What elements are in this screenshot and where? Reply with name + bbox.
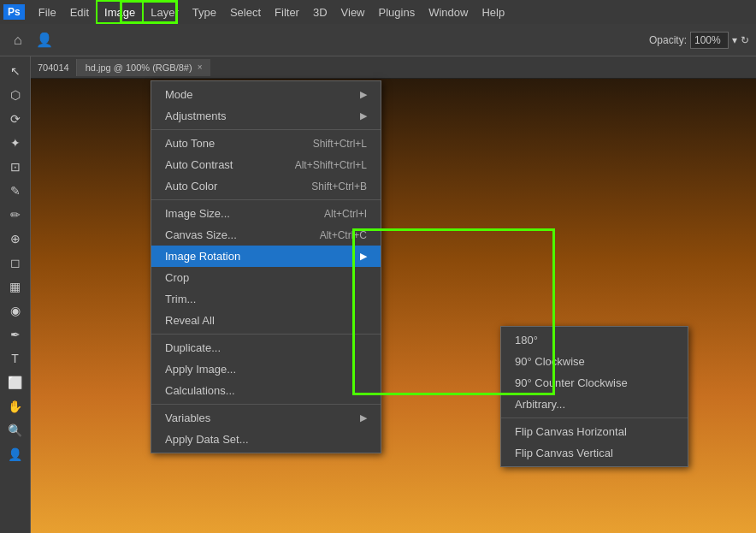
menu-3d[interactable]: 3D bbox=[306, 0, 334, 24]
menu-section-5: Variables ▶ Apply Data Set... bbox=[151, 405, 381, 453]
mode-arrow: ▶ bbox=[360, 89, 367, 100]
tab-file-name: hd.jpg @ 100% (RGB/8#) bbox=[86, 62, 192, 73]
menu-view[interactable]: View bbox=[334, 0, 372, 24]
menu-apply-image[interactable]: Apply Image... bbox=[151, 358, 381, 380]
tab-file-id: 704014 bbox=[31, 59, 77, 76]
tab-close-button[interactable]: × bbox=[198, 62, 203, 72]
menu-mode[interactable]: Mode ▶ bbox=[151, 84, 381, 105]
menu-bar: Ps File Edit Image Layer Type Select Fil… bbox=[0, 0, 756, 24]
menu-variables[interactable]: Variables ▶ bbox=[151, 407, 381, 429]
menu-section-2: Auto Tone Shift+Ctrl+L Auto Contrast Alt… bbox=[151, 130, 381, 200]
menu-type[interactable]: Type bbox=[186, 0, 223, 24]
menu-crop[interactable]: Crop bbox=[151, 267, 381, 288]
menu-canvas-size[interactable]: Canvas Size... Alt+Ctrl+C bbox=[151, 224, 381, 246]
menu-apply-data-set[interactable]: Apply Data Set... bbox=[151, 429, 381, 450]
ps-logo: Ps bbox=[3, 4, 25, 20]
flip-horizontal[interactable]: Flip Canvas Horizontal bbox=[501, 421, 688, 442]
tool-gradient[interactable]: ▦ bbox=[3, 275, 28, 298]
rotate-180[interactable]: 180° bbox=[501, 329, 688, 351]
tool-crop[interactable]: ⊡ bbox=[3, 156, 28, 178]
menu-filter[interactable]: Filter bbox=[268, 0, 306, 24]
tool-select[interactable]: ⬡ bbox=[3, 84, 28, 106]
tool-magic-wand[interactable]: ✦ bbox=[3, 132, 28, 154]
menu-auto-contrast[interactable]: Auto Contrast Alt+Shift+Ctrl+L bbox=[151, 154, 381, 175]
tool-zoom[interactable]: 🔍 bbox=[3, 419, 28, 441]
adjustments-arrow: ▶ bbox=[360, 110, 367, 121]
rotate-90ccw[interactable]: 90° Counter Clockwise bbox=[501, 372, 688, 394]
image-dropdown: Mode ▶ Adjustments ▶ Auto Tone Shift+Ctr… bbox=[151, 80, 381, 453]
tool-eyedropper[interactable]: ✎ bbox=[3, 180, 28, 202]
flip-vertical[interactable]: Flip Canvas Vertical bbox=[501, 442, 688, 464]
tool-eraser[interactable]: ◻ bbox=[3, 252, 28, 274]
menu-help[interactable]: Help bbox=[475, 0, 511, 24]
image-rotation-arrow: ▶ bbox=[360, 251, 367, 262]
primary-menu: Mode ▶ Adjustments ▶ Auto Tone Shift+Ctr… bbox=[151, 80, 381, 453]
menu-edit[interactable]: Edit bbox=[63, 0, 96, 24]
menu-adjustments[interactable]: Adjustments ▶ bbox=[151, 105, 381, 127]
opacity-label: Opacity: bbox=[649, 34, 687, 46]
home-icon[interactable]: ⌂ bbox=[7, 29, 29, 51]
menu-section-1: Mode ▶ Adjustments ▶ bbox=[151, 81, 381, 130]
tool-user[interactable]: 👤 bbox=[3, 443, 28, 465]
menu-file[interactable]: File bbox=[32, 0, 63, 24]
tool-move[interactable]: ↖ bbox=[3, 60, 28, 82]
arbitrary[interactable]: Arbitrary... bbox=[501, 394, 688, 415]
menu-calculations[interactable]: Calculations... bbox=[151, 380, 381, 401]
tool-type[interactable]: T bbox=[3, 347, 28, 370]
menu-section-4: Duplicate... Apply Image... Calculations… bbox=[151, 335, 381, 405]
user-icon[interactable]: 👤 bbox=[29, 28, 60, 51]
toolbar: ⌂ 👤 Opacity: ▾ ↻ bbox=[0, 24, 756, 56]
opacity-input[interactable] bbox=[690, 32, 729, 49]
rotation-icon: ↻ bbox=[741, 34, 749, 46]
menu-image-size[interactable]: Image Size... Alt+Ctrl+I bbox=[151, 203, 381, 224]
rotation-submenu: 180° 90° Clockwise 90° Counter Clockwise… bbox=[500, 326, 688, 467]
menu-duplicate[interactable]: Duplicate... bbox=[151, 337, 381, 358]
menu-auto-tone[interactable]: Auto Tone Shift+Ctrl+L bbox=[151, 133, 381, 154]
menu-trim[interactable]: Trim... bbox=[151, 288, 381, 310]
tool-hand[interactable]: ✋ bbox=[3, 395, 28, 418]
menu-select[interactable]: Select bbox=[223, 0, 268, 24]
tab-file[interactable]: hd.jpg @ 100% (RGB/8#) × bbox=[77, 59, 211, 76]
left-sidebar: ↖ ⬡ ⟳ ✦ ⊡ ✎ ✏ ⊕ ◻ ▦ ◉ ✒ T ⬜ ✋ 🔍 👤 bbox=[0, 56, 31, 533]
tab-bar: 704014 hd.jpg @ 100% (RGB/8#) × bbox=[31, 56, 756, 79]
menu-image-rotation[interactable]: Image Rotation ▶ bbox=[151, 246, 381, 267]
submenu-section-1: 180° 90° Clockwise 90° Counter Clockwise… bbox=[501, 327, 688, 418]
menu-reveal-all[interactable]: Reveal All bbox=[151, 310, 381, 331]
canvas-area: 704014 hd.jpg @ 100% (RGB/8#) × Mode ▶ A… bbox=[31, 56, 756, 533]
tool-brush[interactable]: ✏ bbox=[3, 204, 28, 226]
main-layout: ↖ ⬡ ⟳ ✦ ⊡ ✎ ✏ ⊕ ◻ ▦ ◉ ✒ T ⬜ ✋ 🔍 👤 704014… bbox=[0, 56, 756, 533]
tool-shape[interactable]: ⬜ bbox=[3, 371, 28, 394]
menu-layer[interactable]: Layer bbox=[144, 0, 186, 24]
menu-window[interactable]: Window bbox=[422, 0, 475, 24]
rotate-90cw[interactable]: 90° Clockwise bbox=[501, 351, 688, 372]
opacity-chevron[interactable]: ▾ bbox=[732, 34, 737, 46]
menu-section-3: Image Size... Alt+Ctrl+I Canvas Size... … bbox=[151, 200, 381, 335]
menu-auto-color[interactable]: Auto Color Shift+Ctrl+B bbox=[151, 175, 381, 197]
tool-pen[interactable]: ✒ bbox=[3, 323, 28, 346]
menu-plugins[interactable]: Plugins bbox=[372, 0, 422, 24]
tool-clone[interactable]: ⊕ bbox=[3, 228, 28, 250]
menu-image[interactable]: Image bbox=[96, 0, 144, 24]
variables-arrow: ▶ bbox=[360, 412, 367, 423]
tool-blur[interactable]: ◉ bbox=[3, 299, 28, 322]
submenu-section-2: Flip Canvas Horizontal Flip Canvas Verti… bbox=[501, 418, 688, 466]
tool-lasso[interactable]: ⟳ bbox=[3, 108, 28, 130]
